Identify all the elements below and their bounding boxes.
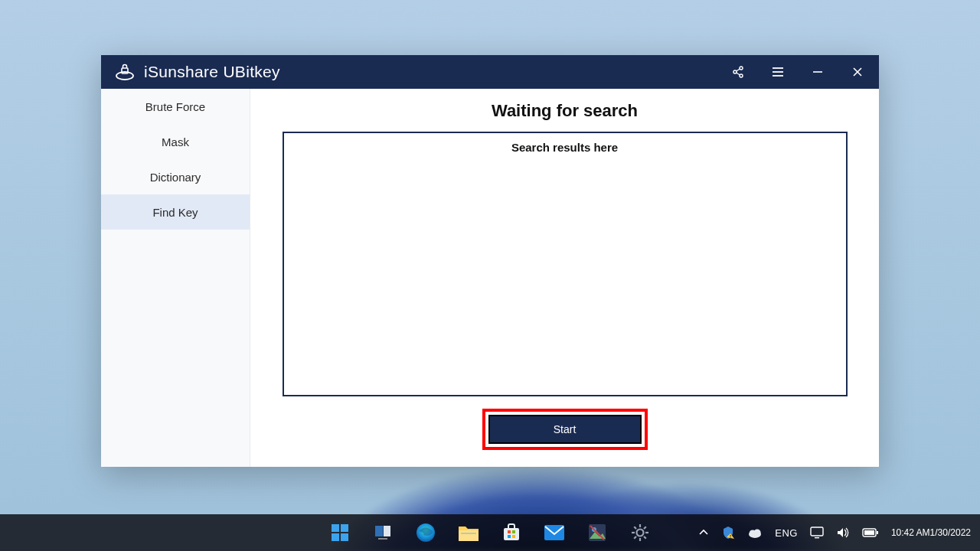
sidebar-item-label: Find Key (152, 206, 198, 219)
microsoft-store-icon (501, 522, 522, 543)
app-logo-icon (115, 64, 135, 80)
start-button-label: Start (554, 423, 577, 435)
mail-app-button[interactable] (538, 517, 570, 549)
svg-rect-48 (815, 537, 819, 538)
volume-icon (836, 527, 850, 539)
edge-browser-button[interactable] (410, 517, 442, 549)
weather-tray-button[interactable] (746, 514, 764, 551)
weather-cloud-icon (747, 527, 763, 539)
photos-app-icon (586, 522, 608, 543)
nav-brute-force[interactable]: Brute Force (101, 89, 250, 124)
cast-display-icon (810, 527, 824, 539)
clock-date: 1/30/2022 (930, 527, 971, 539)
file-explorer-icon (457, 523, 480, 543)
svg-point-46 (754, 530, 761, 536)
share-button[interactable] (723, 55, 753, 89)
sidebar-item-label: Dictionary (150, 171, 201, 184)
task-view-button[interactable] (367, 517, 399, 549)
search-results-box: Search results here (283, 132, 848, 396)
start-menu-button[interactable] (324, 517, 356, 549)
system-tray: ENG 10:42 AM 1/30/2022 (697, 514, 974, 551)
mail-app-icon (543, 523, 566, 542)
nav-find-key[interactable]: Find Key (101, 194, 250, 230)
minimize-icon (812, 67, 823, 77)
start-button[interactable]: Start (488, 415, 642, 444)
clock-time: 10:42 AM (891, 527, 930, 539)
svg-rect-29 (544, 525, 564, 540)
language-label: ENG (775, 527, 798, 539)
taskbar: ENG 10:42 AM 1/30/2022 (0, 514, 980, 551)
file-explorer-button[interactable] (452, 517, 485, 549)
sidebar: Brute Force Mask Dictionary Find Key (101, 89, 250, 467)
svg-rect-19 (384, 526, 390, 536)
app-title: iSunshare UBitkey (144, 63, 280, 81)
battery-button[interactable] (861, 514, 880, 551)
app-window: iSunshare UBitkey (101, 55, 879, 467)
start-menu-icon (329, 522, 351, 543)
edge-browser-icon (414, 521, 437, 544)
volume-button[interactable] (835, 514, 851, 551)
share-icon (732, 66, 744, 78)
svg-rect-14 (341, 524, 348, 532)
svg-rect-13 (332, 524, 339, 532)
svg-line-5 (737, 69, 740, 71)
cast-display-button[interactable] (808, 514, 825, 551)
start-row: Start (482, 409, 648, 450)
settings-app-button[interactable] (624, 517, 656, 549)
svg-rect-28 (512, 535, 515, 538)
clock-button[interactable]: 10:42 AM 1/30/2022 (890, 514, 974, 551)
svg-rect-51 (877, 531, 878, 534)
svg-line-41 (644, 536, 646, 539)
svg-rect-50 (864, 530, 874, 535)
main-panel: Waiting for search Search results here S… (250, 89, 879, 467)
chevron-up-icon (698, 527, 709, 538)
close-icon (852, 67, 863, 77)
nav-mask[interactable]: Mask (101, 124, 250, 159)
minimize-button[interactable] (802, 55, 833, 89)
start-highlight-frame: Start (482, 409, 648, 450)
settings-app-icon (629, 522, 651, 543)
security-warning-icon (721, 526, 735, 540)
close-button[interactable] (842, 55, 873, 89)
svg-line-38 (634, 527, 636, 529)
security-tray-button[interactable] (720, 514, 737, 551)
menu-icon (772, 67, 784, 77)
svg-rect-25 (508, 530, 511, 533)
svg-rect-26 (512, 530, 515, 533)
main-heading: Waiting for search (492, 101, 638, 121)
svg-rect-18 (375, 526, 383, 536)
photos-app-button[interactable] (581, 517, 613, 549)
sidebar-item-label: Mask (162, 135, 189, 148)
svg-rect-22 (459, 530, 479, 541)
menu-button[interactable] (763, 55, 793, 89)
svg-rect-23 (461, 533, 476, 534)
language-indicator[interactable]: ENG (773, 514, 799, 551)
svg-rect-20 (378, 538, 387, 540)
svg-line-6 (737, 73, 740, 75)
nav-dictionary[interactable]: Dictionary (101, 159, 250, 194)
results-placeholder: Search results here (284, 141, 846, 154)
tray-overflow-button[interactable] (697, 514, 710, 551)
taskbar-center (324, 514, 656, 551)
svg-rect-24 (504, 528, 519, 540)
titlebar: iSunshare UBitkey (101, 55, 879, 89)
svg-rect-47 (811, 527, 823, 536)
svg-point-33 (637, 530, 644, 536)
battery-icon (862, 527, 879, 538)
svg-line-39 (644, 527, 646, 529)
microsoft-store-button[interactable] (495, 517, 528, 549)
svg-rect-15 (332, 533, 339, 541)
svg-rect-16 (341, 533, 348, 541)
task-view-icon (372, 522, 394, 543)
svg-point-43 (730, 537, 731, 539)
svg-line-40 (634, 536, 636, 539)
app-body: Brute Force Mask Dictionary Find Key Wai… (101, 89, 879, 467)
svg-rect-27 (508, 535, 511, 538)
sidebar-item-label: Brute Force (145, 100, 205, 113)
